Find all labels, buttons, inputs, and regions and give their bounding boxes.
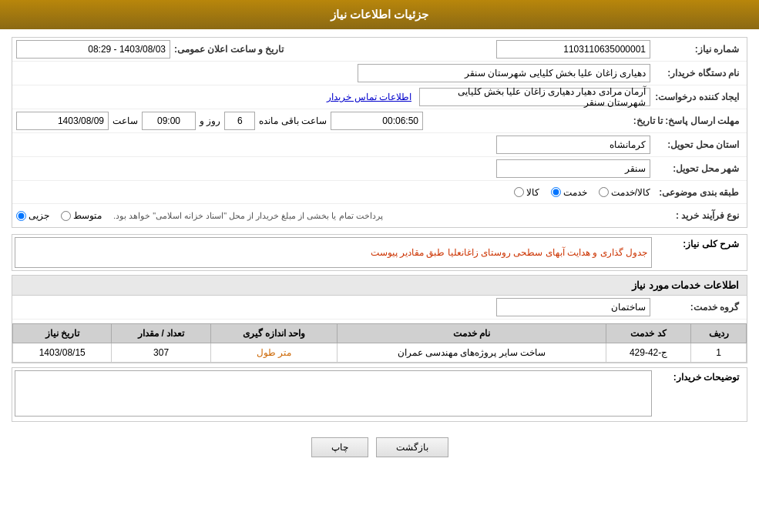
jozi-label: جزیی <box>29 210 49 221</box>
purchase-jozi: جزیی <box>16 210 49 221</box>
buyer-desc-textarea[interactable] <box>15 370 652 417</box>
khedmat-label: خدمت <box>563 187 587 198</box>
purchase-radio-group: متوسط جزیی <box>16 210 102 221</box>
main-form-section: شماره نیاز: 1103110635000001 تاریخ و ساع… <box>12 37 747 228</box>
reply-days-value: 6 <box>224 112 255 130</box>
cell-quantity: 307 <box>112 343 210 363</box>
buyer-desc-label: توضیحات خریدار: <box>654 368 747 386</box>
category-khedmat: خدمت <box>551 187 587 198</box>
kala-label: کالا <box>526 187 539 198</box>
services-section: اطلاعات خدمات مورد نیاز گروه خدمت: ساختم… <box>12 275 747 363</box>
services-table: ردیف کد خدمت نام خدمت واحد اندازه گیری ت… <box>12 323 747 363</box>
category-khedmat-radio[interactable] <box>551 187 561 197</box>
creator-label: ایجاد کننده درخواست: <box>650 90 743 104</box>
city-row: شهر محل تحویل: سنقر <box>12 157 747 181</box>
cell-unit: متر طول <box>210 343 337 363</box>
general-desc-value: جدول گذاری و هدایت آبهای سطحی روستای زاغ… <box>15 237 652 268</box>
cell-service-name: ساخت سایر پروژه‌های مهندسی عمران <box>338 343 606 363</box>
buyer-desc-section: توضیحات خریدار: <box>12 367 747 422</box>
buyer-desc-content <box>12 368 654 421</box>
general-desc-section: شرح کلی نیاز: جدول گذاری و هدایت آبهای س… <box>12 234 747 271</box>
category-kala-radio[interactable] <box>514 187 524 197</box>
reply-time-value: 09:00 <box>142 112 196 130</box>
province-row: استان محل تحویل: کرمانشاه <box>12 133 747 157</box>
category-kala-khedmat-radio[interactable] <box>599 187 609 197</box>
back-button[interactable]: بازگشت <box>376 437 448 457</box>
buyer-org-label: نام دستگاه خریدار: <box>650 66 743 80</box>
announce-datetime-value: 1403/08/03 - 08:29 <box>16 40 170 59</box>
reply-remain-label: ساعت باقی مانده <box>259 115 327 126</box>
reply-deadline-label: مهلت ارسال پاسخ: تا تاریخ: <box>630 114 743 128</box>
city-value: سنقر <box>496 159 650 178</box>
category-radio-group: کالا/خدمت خدمت کالا <box>514 187 650 198</box>
category-kala-khedmat: کالا/خدمت <box>599 187 650 198</box>
purchase-type-row: نوع فرآیند خرید : پرداخت تمام یا بخشی از… <box>12 204 747 227</box>
buyer-org-row: نام دستگاه خریدار: دهیاری زاغان علیا بخش… <box>12 62 747 85</box>
service-group-value: ساختمان <box>496 298 650 316</box>
services-section-title: اطلاعات خدمات مورد نیاز <box>12 276 747 296</box>
province-label: استان محل تحویل: <box>650 138 743 152</box>
buyer-org-value: دهیاری زاغان علیا بخش کلیایی شهرستان سنق… <box>358 64 650 82</box>
page-title: جزئیات اطلاعات نیاز <box>331 8 428 21</box>
table-row: 1 ج-42-429 ساخت سایر پروژه‌های مهندسی عم… <box>13 343 747 363</box>
cell-date: 1403/08/15 <box>13 343 112 363</box>
province-value: کرمانشاه <box>496 136 650 154</box>
col-date: تاریخ نیاز <box>13 324 112 343</box>
col-quantity: تعداد / مقدار <box>112 324 210 343</box>
need-number-label: شماره نیاز: <box>650 42 743 56</box>
category-kala: کالا <box>514 187 539 198</box>
need-number-row: شماره نیاز: 1103110635000001 تاریخ و ساع… <box>12 38 747 62</box>
purchase-motawaset: متوسط <box>61 210 102 221</box>
announce-datetime-label: تاریخ و ساعت اعلان عمومی: <box>170 42 287 56</box>
purchase-jozi-radio[interactable] <box>16 211 26 221</box>
col-unit: واحد اندازه گیری <box>210 324 337 343</box>
purchase-type-label: نوع فرآیند خرید : <box>650 209 743 223</box>
category-row: طبقه بندی موضوعی: کالا/خدمت خدمت کالا <box>12 181 747 204</box>
cell-service-code: ج-42-429 <box>606 343 691 363</box>
general-desc-row: شرح کلی نیاز: جدول گذاری و هدایت آبهای س… <box>12 235 747 270</box>
col-rownum: ردیف <box>691 324 747 343</box>
service-group-label: گروه خدمت: <box>650 300 743 314</box>
service-group-row: گروه خدمت: ساختمان <box>12 296 747 320</box>
need-number-value: 1103110635000001 <box>496 40 650 59</box>
col-service-code: کد خدمت <box>606 324 691 343</box>
print-button[interactable]: چاپ <box>311 437 368 457</box>
purchase-type-group: پرداخت تمام یا بخشی از مبلغ خریدار از مح… <box>16 210 650 221</box>
reply-remain-value: 00:06:50 <box>331 112 423 130</box>
table-header-row: ردیف کد خدمت نام خدمت واحد اندازه گیری ت… <box>13 324 747 343</box>
motawaset-label: متوسط <box>73 210 102 221</box>
purchase-type-note: پرداخت تمام یا بخشی از مبلغ خریدار از مح… <box>113 211 383 221</box>
kala-khedmat-label: کالا/خدمت <box>611 187 650 198</box>
purchase-motawaset-radio[interactable] <box>61 211 71 221</box>
reply-date-value: 1403/08/09 <box>16 112 109 130</box>
creator-value: آرمان مرادی دهیار دهیاری زاغان علیا بخش … <box>419 88 650 106</box>
buyer-desc-row: توضیحات خریدار: <box>12 368 747 421</box>
page-header: جزئیات اطلاعات نیاز <box>0 0 759 29</box>
cell-rownum: 1 <box>691 343 747 363</box>
col-service-name: نام خدمت <box>338 324 606 343</box>
contact-link[interactable]: اطلاعات تماس خریدار <box>327 92 411 102</box>
city-label: شهر محل تحویل: <box>650 162 743 176</box>
reply-time-label: ساعت <box>113 115 138 126</box>
creator-row: ایجاد کننده درخواست: آرمان مرادی دهیار د… <box>12 85 747 109</box>
button-row: بازگشت چاپ <box>12 426 747 465</box>
category-label: طبقه بندی موضوعی: <box>650 186 743 199</box>
reply-deadline-row: مهلت ارسال پاسخ: تا تاریخ: 00:06:50 ساعت… <box>12 109 747 133</box>
services-table-section: ردیف کد خدمت نام خدمت واحد اندازه گیری ت… <box>12 323 747 363</box>
general-desc-content: جدول گذاری و هدایت آبهای سطحی روستای زاغ… <box>12 235 654 270</box>
date-time-group: 00:06:50 ساعت باقی مانده 6 روز و 09:00 س… <box>16 112 630 130</box>
reply-days-label: روز و <box>200 115 220 126</box>
general-desc-label: شرح کلی نیاز: <box>654 235 747 253</box>
